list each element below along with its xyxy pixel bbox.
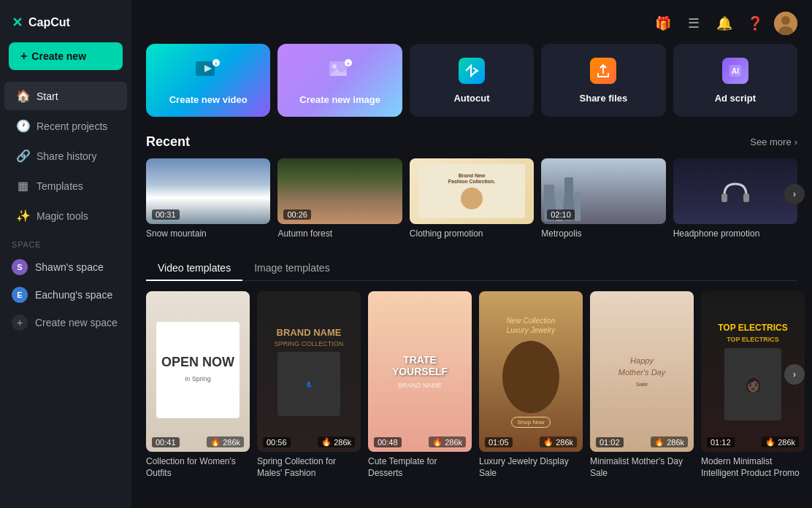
headphone-thumbnail (673, 158, 797, 224)
recent-item-clothing[interactable]: Brand NewFashion Collection. Clothing pr… (410, 158, 534, 239)
sidebar-item-share-history[interactable]: 🔗 Share history (4, 142, 127, 170)
sidebar-item-label-start: Start (37, 91, 58, 102)
eachung-space-label: Eachung's space (35, 289, 112, 301)
template-cards-row: OPEN NOWin Spring 00:41 🔥286k Collection… (146, 291, 797, 479)
create-video-card[interactable]: + Create new video (146, 44, 270, 117)
sidebar-item-label-share: Share history (37, 150, 96, 162)
tab-video-templates[interactable]: Video templates (146, 256, 242, 281)
recent-item-snow[interactable]: 00:31 Snow mountain (146, 158, 270, 239)
ad-script-icon: AI (722, 58, 748, 84)
clothing-name: Clothing promotion (410, 228, 534, 239)
recent-thumb-snow: 00:31 (146, 158, 270, 224)
clothing-thumbnail: Brand NewFashion Collection. (410, 158, 534, 224)
template-card-6[interactable]: TOP ELECTRICSTOP ELECTRICS 👩🏿 01:12 🔥286… (701, 291, 805, 479)
bell-icon-button[interactable]: 🔔 (713, 12, 736, 35)
create-image-card[interactable]: + Create new image (277, 44, 402, 117)
svg-text:AI: AI (732, 67, 739, 75)
template-thumb-3: TRATEYOURSELF BRAND NAME 00:48 🔥286k (368, 291, 472, 452)
recent-thumb-forest: 00:26 (277, 158, 402, 224)
template-next-button[interactable]: › (784, 364, 805, 385)
autocut-icon (459, 58, 485, 84)
t2-name: Spring Collection for Males' Fashion (257, 456, 361, 479)
sidebar-item-magic-tools[interactable]: ✨ Magic tools (4, 201, 127, 230)
space-section-label: SPACE (0, 231, 131, 253)
recent-title: Recent (146, 134, 190, 150)
t1-uses: 🔥286k (207, 436, 244, 447)
template-card-1[interactable]: OPEN NOWin Spring 00:41 🔥286k Collection… (146, 291, 250, 479)
headphone-name: Headphone promotion (673, 228, 797, 239)
chevron-right-icon: › (794, 136, 797, 147)
share-files-label: Share files (553, 93, 654, 104)
quick-actions-row: + Create new video + Create ne (146, 44, 797, 117)
template-tabs: Video templates Image templates (146, 256, 797, 281)
clock-icon: 🕐 (16, 119, 29, 133)
sidebar-item-eachung-space[interactable]: E Eachung's space (0, 281, 131, 309)
share-files-icon (590, 58, 616, 84)
metropolis-duration: 02:10 (547, 209, 575, 220)
svg-rect-14 (721, 193, 727, 202)
see-more-recent[interactable]: See more › (750, 136, 797, 147)
tab-image-templates[interactable]: Image templates (242, 256, 342, 281)
template-card-2[interactable]: BRAND NAME SPRING COLLECTION 👗 00:56 🔥28… (257, 291, 361, 479)
plus-icon: + (20, 50, 27, 63)
create-image-icon: + (326, 56, 355, 85)
ad-script-card[interactable]: AI Ad script (673, 44, 797, 117)
template-card-4[interactable]: New CollectionLuxury Jewelry Shop Now 01… (479, 291, 583, 479)
sidebar: ✕ CapCut + Create new 🏠 Start 🕐 Recent p… (0, 0, 131, 508)
recent-item-metropolis[interactable]: 02:10 Metropolis (541, 158, 665, 239)
shawn-space-label: Shawn's space (35, 261, 104, 273)
t4-uses: 🔥286k (540, 436, 577, 447)
t6-uses: 🔥286k (762, 436, 799, 447)
eachung-avatar: E (12, 287, 28, 303)
share-files-card[interactable]: Share files (541, 44, 665, 117)
t5-name: Minimalist Mother's Day Sale (590, 456, 694, 479)
t4-name: Luxury Jewelry Display Sale (479, 456, 583, 479)
t4-duration: 01:05 (485, 437, 513, 447)
recent-item-forest[interactable]: 00:26 Autumn forest (277, 158, 402, 239)
recent-item-headphone[interactable]: Headphone promotion (673, 158, 797, 239)
sidebar-item-label-magic: Magic tools (37, 210, 88, 222)
t2-uses: 🔥286k (318, 436, 355, 447)
create-space-icon: + (12, 315, 28, 331)
create-new-space[interactable]: + Create new space (0, 309, 131, 336)
sidebar-item-label-templates: Templates (37, 180, 83, 192)
template-card-3[interactable]: TRATEYOURSELF BRAND NAME 00:48 🔥286k Cut… (368, 291, 472, 479)
autocut-card[interactable]: Autocut (410, 44, 534, 117)
recent-thumb-clothing: Brand NewFashion Collection. (410, 158, 534, 224)
t3-name: Cute Template for Desserts (368, 456, 472, 479)
user-avatar[interactable] (774, 12, 797, 35)
recent-thumb-metropolis: 02:10 (541, 158, 665, 224)
recent-next-button[interactable]: › (784, 184, 805, 204)
sidebar-item-recent[interactable]: 🕐 Recent projects (4, 112, 127, 140)
menu-icon-button[interactable]: ☰ (682, 12, 705, 35)
svg-text:+: + (215, 60, 218, 66)
svg-point-8 (332, 64, 337, 69)
create-video-label: Create new video (158, 94, 258, 105)
logo-text: CapCut (28, 16, 70, 29)
svg-rect-15 (743, 193, 749, 202)
svg-point-1 (781, 16, 790, 25)
metropolis-name: Metropolis (541, 228, 665, 239)
template-thumb-1: OPEN NOWin Spring 00:41 🔥286k (146, 291, 250, 452)
t1-duration: 00:41 (152, 437, 180, 447)
t1-name: Collection for Women's Outfits (146, 456, 250, 479)
t6-duration: 01:12 (707, 437, 735, 447)
template-card-5[interactable]: HappyMother's Day Sale 01:02 🔥286k Minim… (590, 291, 694, 479)
shawn-avatar: S (12, 259, 28, 275)
t5-duration: 01:02 (596, 437, 624, 447)
capcut-logo-icon: ✕ (12, 15, 23, 31)
forest-duration: 00:26 (283, 209, 311, 220)
sidebar-item-shawn-space[interactable]: S Shawn's space (0, 253, 131, 281)
gift-icon-button[interactable]: 🎁 (651, 12, 675, 35)
create-new-button[interactable]: + Create new (9, 42, 123, 70)
help-icon-button[interactable]: ❓ (743, 12, 767, 35)
autocut-label: Autocut (421, 93, 522, 104)
t3-duration: 00:48 (374, 437, 402, 447)
t2-duration: 00:56 (263, 437, 291, 447)
create-video-icon: + (194, 56, 223, 85)
template-thumb-2: BRAND NAME SPRING COLLECTION 👗 00:56 🔥28… (257, 291, 361, 452)
recent-items-row: 00:31 Snow mountain 00:26 Autumn forest … (146, 158, 797, 239)
sidebar-item-templates[interactable]: ▦ Templates (4, 172, 127, 200)
sidebar-item-start[interactable]: 🏠 Start (4, 82, 127, 110)
ad-script-label: Ad script (685, 93, 786, 104)
